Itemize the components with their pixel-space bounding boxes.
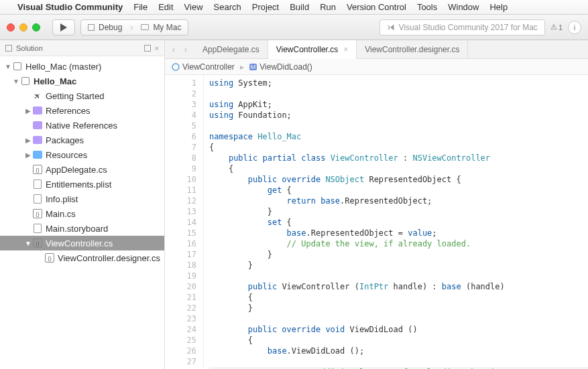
code-line[interactable]: public override NSObject RepresentedObje… [209, 174, 588, 185]
code-line[interactable] [209, 88, 588, 99]
target-icon [88, 24, 95, 31]
line-number: 23 [165, 313, 196, 324]
menu-version-control[interactable]: Version Control [347, 2, 406, 12]
csharp-file-icon: {} [32, 208, 43, 219]
chevron-icon[interactable]: ▼ [24, 240, 32, 247]
chevron-icon[interactable] [24, 225, 32, 232]
code-line[interactable]: { [209, 142, 588, 153]
window-controls [7, 23, 40, 31]
breadcrumb-member-label: ViewDidLoad() [259, 62, 312, 72]
menu-search[interactable]: Search [214, 2, 241, 12]
tree-item[interactable]: {}ViewController.designer.cs [0, 250, 164, 265]
warnings-indicator[interactable]: ⚠ 1 [550, 23, 563, 31]
code-line[interactable]: { [209, 335, 588, 346]
code-line[interactable]: public override void ViewDidLoad () [209, 324, 588, 335]
editor-tab[interactable]: AppDelegate.cs [194, 40, 268, 58]
code-line[interactable]: namespace Hello_Mac [209, 131, 588, 142]
tree-item-label: Getting Started [46, 91, 104, 101]
menu-edit[interactable]: Edit [158, 2, 173, 12]
line-number: 20 [165, 281, 196, 292]
tree-item[interactable]: Main.storyboard [0, 221, 164, 236]
tree-item[interactable]: Native References [0, 118, 164, 133]
chevron-icon[interactable] [24, 166, 32, 173]
menu-tools[interactable]: Tools [417, 2, 437, 12]
breadcrumb-class[interactable]: ViewController [172, 62, 235, 72]
code-line[interactable]: base.RepresentedObject = value; [209, 228, 588, 238]
line-number: 24 [165, 324, 196, 335]
code-line[interactable]: public ViewController (IntPtr handle) : … [209, 281, 588, 292]
menu-file[interactable]: File [133, 2, 148, 12]
nav-forward-button[interactable]: › [181, 44, 190, 54]
run-config-selector[interactable]: Debug › My Mac [80, 19, 188, 35]
chevron-icon[interactable] [24, 122, 32, 129]
tree-item-label: ViewController.designer.cs [58, 253, 160, 263]
code-line[interactable]: // Update the view, if already loaded. [209, 238, 588, 249]
line-number: 21 [165, 292, 196, 303]
menu-view[interactable]: View [184, 2, 203, 12]
run-button[interactable] [52, 19, 75, 35]
code-line[interactable]: { [209, 163, 588, 174]
editor-tab[interactable]: ViewController.designer.cs [357, 40, 468, 58]
code-line[interactable]: } [209, 206, 588, 217]
tree-item-label: Main.storyboard [46, 224, 108, 234]
chevron-icon[interactable] [36, 254, 44, 262]
nav-back-button[interactable]: ‹ [169, 44, 178, 54]
tree-item[interactable]: ▼{}ViewController.cs [0, 236, 164, 250]
chevron-icon[interactable]: ▶ [24, 137, 32, 144]
menu-window[interactable]: Window [448, 2, 479, 12]
code-line[interactable]: get { [209, 185, 588, 196]
notifications-button[interactable]: i [568, 21, 581, 34]
zoom-window-button[interactable] [32, 23, 40, 31]
chevron-icon[interactable] [24, 181, 32, 188]
tree-item-label: Resources [46, 150, 87, 160]
tree-item[interactable]: Entitlements.plist [0, 177, 164, 192]
project-node[interactable]: ▼ Hello_Mac [0, 74, 164, 88]
chevron-icon[interactable]: ▶ [24, 107, 32, 115]
tree-item[interactable]: ▶Resources [0, 147, 164, 162]
pad-pin-button[interactable] [144, 45, 151, 52]
tree-item-label: Entitlements.plist [46, 179, 111, 190]
code-line[interactable]: base.ViewDidLoad (); [209, 346, 588, 356]
chevron-icon[interactable] [24, 92, 32, 100]
code-line[interactable] [209, 271, 588, 281]
tree-item[interactable]: ▶Packages [0, 133, 164, 147]
code-line[interactable]: } [209, 303, 588, 313]
tree-item[interactable]: {}Main.cs [0, 206, 164, 221]
chevron-icon[interactable] [24, 210, 32, 218]
code-line[interactable]: return base.RepresentedObject; [209, 196, 588, 206]
code-line[interactable] [209, 356, 588, 367]
code-line[interactable] [209, 121, 588, 131]
code-body[interactable]: using System; using AppKit;using Foundat… [204, 75, 588, 369]
code-line[interactable]: } [209, 260, 588, 271]
code-line[interactable]: using Foundation; [209, 110, 588, 121]
close-tab-button[interactable]: × [343, 45, 348, 54]
global-search[interactable]: Visual Studio Community 2017 for Mac [379, 19, 545, 35]
chevron-icon[interactable] [24, 196, 32, 203]
code-line[interactable]: using AppKit; [209, 99, 588, 110]
code-line[interactable]: { [209, 292, 588, 303]
code-line[interactable]: set { [209, 217, 588, 228]
solution-node[interactable]: ▼ Hello_Mac (master) [0, 59, 164, 74]
editor-tab[interactable]: ViewController.cs× [268, 40, 357, 59]
app-name[interactable]: Visual Studio Community [17, 2, 123, 12]
tree-item[interactable]: {}AppDelegate.cs [0, 162, 164, 177]
code-line[interactable]: } [209, 249, 588, 260]
pad-close-button[interactable]: × [155, 44, 159, 52]
close-window-button[interactable] [7, 23, 15, 31]
code-line[interactable]: public partial class ViewController : NS… [209, 153, 588, 163]
pad-collapse-icon[interactable] [5, 45, 12, 52]
tree-item[interactable]: Getting Started [0, 88, 164, 103]
code-editor[interactable]: 1234567891011121314151617181920212223242… [165, 75, 588, 369]
minimize-window-button[interactable] [19, 23, 27, 31]
menu-project[interactable]: Project [252, 2, 279, 12]
menu-help[interactable]: Help [489, 2, 508, 12]
chevron-icon[interactable]: ▶ [24, 151, 32, 159]
code-line[interactable]: using System; [209, 78, 588, 88]
line-number: 27 [165, 356, 196, 367]
code-line[interactable] [209, 313, 588, 324]
menu-run[interactable]: Run [320, 2, 336, 12]
menu-build[interactable]: Build [290, 2, 309, 12]
tree-item[interactable]: ▶References [0, 103, 164, 118]
tree-item[interactable]: Info.plist [0, 192, 164, 206]
breadcrumb-member[interactable]: M ViewDidLoad() [249, 62, 312, 72]
